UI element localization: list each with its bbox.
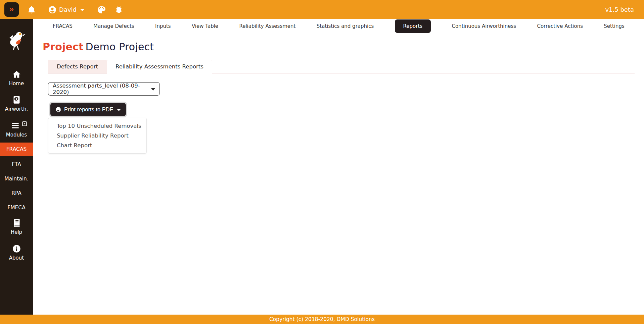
- sidebar-item-label: Modules: [6, 132, 27, 138]
- collapse-box-icon: [22, 121, 27, 126]
- print-dropdown-menu: Top 10 Unscheduled Removals Supplier Rel…: [48, 118, 147, 154]
- sidebar-item-modules[interactable]: Modules: [0, 121, 33, 138]
- nav-item-reports[interactable]: Reports: [395, 19, 431, 33]
- top-bar: » David v1.5 beta: [0, 0, 644, 19]
- user-name: David: [59, 6, 77, 13]
- print-reports-button[interactable]: Print reports to PDF: [50, 103, 126, 116]
- user-circle-icon: [48, 5, 57, 14]
- nav-item-reliability-assessment[interactable]: Reliability Assessment: [239, 23, 295, 29]
- nav-item-inputs[interactable]: Inputs: [155, 23, 171, 29]
- info-circle-icon: [12, 244, 21, 253]
- app-logo-bird-icon[interactable]: [6, 29, 27, 51]
- menu-item-chart-report[interactable]: Chart Report: [48, 141, 146, 150]
- app-version: v1.5 beta: [605, 6, 634, 13]
- sidebar-collapse-button[interactable]: »: [4, 2, 19, 17]
- main-content: ProjectDemo Project Defects Report Relia…: [33, 33, 644, 154]
- nav-item-statistics-and-graphics[interactable]: Statistics and graphics: [317, 23, 374, 29]
- footer: Copyright (c) 2018-2020, DMD Solutions: [0, 315, 644, 324]
- menu-item-top-10-unscheduled-removals[interactable]: Top 10 Unscheduled Removals: [48, 121, 146, 131]
- assessment-select[interactable]: Assessment parts_level (08-09-2020): [48, 82, 160, 96]
- sidebar-module-maintain[interactable]: Maintain.: [0, 173, 33, 185]
- theme-button[interactable]: [97, 5, 106, 14]
- chevron-down-icon: [117, 109, 121, 111]
- print-reports-label: Print reports to PDF: [64, 106, 113, 113]
- home-icon: [12, 70, 21, 79]
- report-tabs: Defects Report Reliability Assessments R…: [48, 60, 635, 74]
- menu-hamburger-icon: [11, 121, 20, 130]
- nav-item-settings[interactable]: Settings: [604, 23, 625, 29]
- palette-icon: [97, 5, 106, 14]
- sidebar-module-fta[interactable]: FTA: [0, 158, 33, 170]
- nav-item-view-table[interactable]: View Table: [192, 23, 218, 29]
- sidebar-item-airworthiness[interactable]: Airworth.: [0, 95, 33, 112]
- page-title-label: Project: [43, 41, 84, 53]
- printer-icon: [55, 107, 61, 112]
- chevron-down-icon: [80, 9, 84, 11]
- nav-item-continuous-airworthiness[interactable]: Continuous Airworthiness: [452, 23, 516, 29]
- sidebar-item-label: Airworth.: [5, 106, 28, 112]
- sidebar-item-label: Help: [11, 229, 22, 235]
- sidebar-item-label: About: [9, 255, 24, 261]
- menu-item-supplier-reliability-report[interactable]: Supplier Reliability Report: [48, 131, 146, 141]
- tab-reliability-assessments-reports[interactable]: Reliability Assessments Reports: [107, 60, 212, 74]
- sidebar-item-about[interactable]: About: [0, 244, 33, 261]
- page-title-value: Demo Project: [86, 41, 154, 53]
- assessment-select-value: Assessment parts_level (08-09-2020): [53, 83, 151, 95]
- sidebar-module-rpa[interactable]: RPA: [0, 187, 33, 199]
- sidebar-module-fracas[interactable]: FRACAS: [0, 143, 33, 156]
- module-nav: FRACAS Manage Defects Inputs View Table …: [33, 19, 644, 33]
- tab-defects-report[interactable]: Defects Report: [48, 60, 107, 73]
- nav-item-fracas[interactable]: FRACAS: [53, 23, 73, 29]
- chevron-down-icon: [151, 88, 155, 91]
- sidebar: Home Airworth. Modules FRACAS FTA Mainta…: [0, 19, 33, 315]
- passport-icon: [12, 95, 21, 104]
- sidebar-module-fmeca[interactable]: FMECA: [0, 202, 33, 214]
- page-title: ProjectDemo Project: [43, 41, 644, 53]
- bug-report-button[interactable]: [114, 5, 123, 14]
- sidebar-item-help[interactable]: Help: [0, 218, 33, 235]
- nav-item-manage-defects[interactable]: Manage Defects: [93, 23, 134, 29]
- nav-item-corrective-actions[interactable]: Corrective Actions: [537, 23, 583, 29]
- user-menu[interactable]: David: [48, 5, 84, 14]
- sidebar-item-home[interactable]: Home: [0, 70, 33, 87]
- sidebar-item-label: Home: [9, 80, 24, 87]
- bell-icon: [27, 5, 36, 14]
- notifications-button[interactable]: [27, 5, 36, 14]
- copyright-text: Copyright (c) 2018-2020, DMD Solutions: [269, 316, 375, 322]
- bug-icon: [114, 5, 123, 14]
- book-icon: [12, 218, 21, 227]
